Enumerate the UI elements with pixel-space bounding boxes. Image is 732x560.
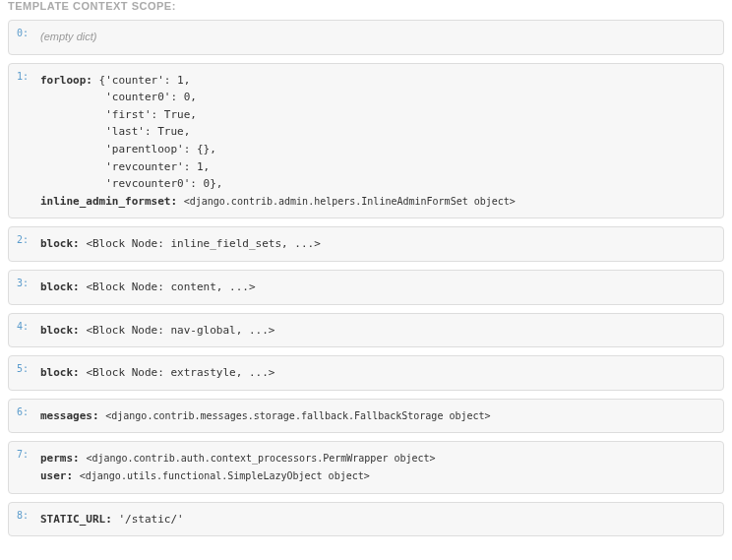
context-key: user: [40,469,73,482]
scope-row: 8: STATIC_URL: '/static/' [8,502,724,537]
scope-index: 7: [17,449,29,460]
scope-row: 6: messages: <django.contrib.messages.st… [8,399,724,434]
context-value: <Block Node: extrastyle, ...> [86,366,274,379]
context-value: <django.contrib.messages.storage.fallbac… [105,410,490,421]
scope-row: 7: perms: <django.contrib.auth.context_p… [8,441,724,493]
context-key: block: [40,366,80,379]
context-key: STATIC_URL: [40,513,112,526]
context-key: inline_admin_formset: [40,195,177,208]
context-value: <django.contrib.auth.context_processors.… [86,453,435,464]
context-entry: block: <Block Node: inline_field_sets, .… [40,237,321,250]
panel-title: TEMPLATE CONTEXT SCOPE: [8,0,724,12]
context-value: <django.utils.functional.SimpleLazyObjec… [80,470,370,481]
context-entry: inline_admin_formset: <django.contrib.ad… [40,193,713,211]
context-key: forloop: [40,74,92,87]
context-key: block: [40,237,80,250]
context-key: messages: [40,409,99,422]
scope-index: 8: [17,510,29,521]
context-value-line: 'revcounter0': 0}, [40,175,713,193]
scope-index: 6: [17,406,29,417]
scope-row: 2: block: <Block Node: inline_field_sets… [8,226,724,262]
context-entry: perms: <django.contrib.auth.context_proc… [40,450,713,467]
scope-row: 5: block: <Block Node: extrastyle, ...> [8,355,724,391]
context-value-line: 'last': True, [40,123,713,141]
scope-row: 3: block: <Block Node: content, ...> [8,270,724,305]
scope-index: 3: [17,278,29,288]
context-value: <Block Node: inline_field_sets, ...> [86,237,320,250]
scope-index: 1: [17,71,29,82]
context-entry: STATIC_URL: '/static/' [40,513,184,526]
scope-row: 1: forloop: {'counter': 1, 'counter0': 0… [8,63,724,219]
context-value: {'counter': 1, [99,74,191,87]
context-entry: block: <Block Node: nav-global, ...> [40,324,274,337]
context-value: <Block Node: content, ...> [86,280,255,293]
scope-row: 4: block: <Block Node: nav-global, ...> [8,313,724,348]
scope-index: 2: [17,234,29,245]
context-value-line: 'revcounter': 1, [40,158,713,176]
context-entry: forloop: {'counter': 1, [40,72,713,90]
context-value: <Block Node: nav-global, ...> [86,324,274,337]
scope-index: 5: [17,363,29,374]
context-value-line: 'first': True, [40,106,713,124]
context-key: perms: [40,452,80,465]
template-context-scope-panel: TEMPLATE CONTEXT SCOPE: 0: (empty dict) … [0,0,732,552]
scope-row: 0: (empty dict) [8,20,724,55]
scope-index: 0: [17,28,29,38]
context-value-line: 'counter0': 0, [40,89,713,106]
scope-index: 4: [17,321,29,332]
context-entry: block: <Block Node: extrastyle, ...> [40,366,274,379]
context-key: block: [40,280,80,293]
context-entry: block: <Block Node: content, ...> [40,280,256,293]
context-key: block: [40,324,80,337]
context-entry: messages: <django.contrib.messages.stora… [40,409,491,422]
context-entry: user: <django.utils.functional.SimpleLaz… [40,467,713,485]
empty-dict-label: (empty dict) [40,31,96,42]
context-value: '/static/' [118,513,183,526]
context-value: <django.contrib.admin.helpers.InlineAdmi… [184,196,516,207]
context-value-line: 'parentloop': {}, [40,141,713,158]
